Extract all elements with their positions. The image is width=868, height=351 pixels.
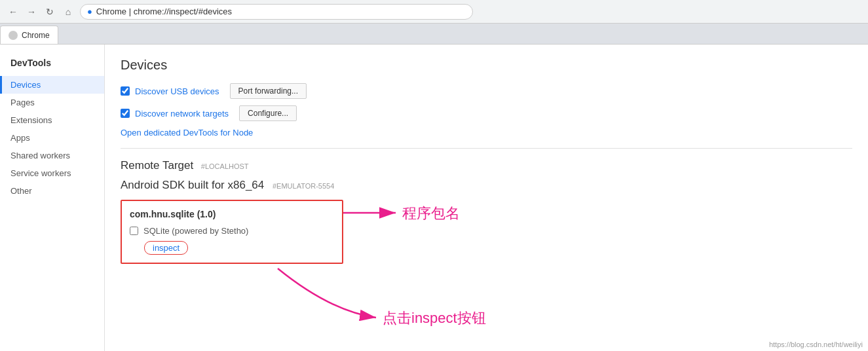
configure-button[interactable]: Configure... xyxy=(239,105,297,121)
sidebar-item-other[interactable]: Other xyxy=(0,182,104,200)
remote-target-header: Remote Target #LOCALHOST xyxy=(121,159,852,172)
reload-button[interactable]: ↻ xyxy=(43,5,56,18)
emulator-tag: #EMULATOR-5554 xyxy=(273,182,334,190)
main-layout: DevTools Devices Pages Extensions Apps S… xyxy=(0,45,868,351)
sidebar-item-shared-workers[interactable]: Shared workers xyxy=(0,147,104,164)
usb-option-row: Discover USB devices Port forwarding... xyxy=(121,83,852,99)
url-display: Chrome | chrome://inspect/#devices xyxy=(96,7,232,16)
devtools-node-link[interactable]: Open dedicated DevTools for Node xyxy=(121,128,253,138)
device-title: Android SDK built for x86_64 #EMULATOR-5… xyxy=(121,179,852,192)
annotation-text-1: 程序包名 xyxy=(402,205,460,221)
sidebar-item-extensions[interactable]: Extensions xyxy=(0,111,104,129)
discover-usb-checkbox[interactable] xyxy=(121,86,130,96)
app-box-title: com.hnu.sqlite (1.0) xyxy=(130,209,334,219)
sqlite-checkbox[interactable] xyxy=(130,227,138,235)
remote-target-host: #LOCALHOST xyxy=(201,162,249,170)
remote-target-title: Remote Target xyxy=(121,159,193,172)
network-option-row: Discover network targets Configure... xyxy=(121,105,852,121)
inspect-link-wrapper: inspect xyxy=(130,240,334,255)
security-icon: ● xyxy=(87,7,92,16)
app-item-sqlite: SQLite (powered by Stetho) xyxy=(130,226,334,236)
discover-usb-label: Discover USB devices xyxy=(135,86,219,96)
app-box: com.hnu.sqlite (1.0) SQLite (powered by … xyxy=(121,200,343,264)
active-tab[interactable]: Chrome xyxy=(0,26,58,44)
footer-url: https://blog.csdn.net/ht/weiliyi xyxy=(769,341,863,348)
address-bar[interactable]: ● Chrome | chrome://inspect/#devices xyxy=(80,4,473,20)
tab-favicon xyxy=(9,31,18,40)
port-forwarding-button[interactable]: Port forwarding... xyxy=(230,83,307,99)
back-button[interactable]: ← xyxy=(7,5,20,18)
url-path: inspect/#devices xyxy=(169,7,232,16)
inspect-button[interactable]: inspect xyxy=(144,241,188,255)
section-divider xyxy=(121,148,852,149)
browser-bar: ← → ↻ ⌂ ● Chrome | chrome://inspect/#dev… xyxy=(0,0,868,24)
content-area: Devices Discover USB devices Port forwar… xyxy=(105,45,868,351)
discover-network-checkbox[interactable] xyxy=(121,109,130,118)
url-scheme: Chrome | chrome:// xyxy=(96,7,169,16)
forward-button[interactable]: → xyxy=(25,5,38,18)
page-title: Devices xyxy=(121,58,852,73)
sidebar-item-pages[interactable]: Pages xyxy=(0,94,104,111)
sidebar-title: DevTools xyxy=(0,52,104,76)
tab-bar: Chrome xyxy=(0,24,868,45)
sidebar-item-service-workers[interactable]: Service workers xyxy=(0,164,104,182)
sidebar-item-devices[interactable]: Devices xyxy=(0,76,104,94)
tab-label: Chrome xyxy=(22,31,50,40)
annotation-text-2: 点击inspect按钮 xyxy=(383,310,486,326)
sidebar: DevTools Devices Pages Extensions Apps S… xyxy=(0,45,105,351)
discover-network-label: Discover network targets xyxy=(135,109,229,119)
app-container: com.hnu.sqlite (1.0) SQLite (powered by … xyxy=(121,200,343,264)
home-button[interactable]: ⌂ xyxy=(62,5,75,18)
sqlite-label: SQLite (powered by Stetho) xyxy=(143,226,248,236)
sidebar-item-apps[interactable]: Apps xyxy=(0,129,104,147)
